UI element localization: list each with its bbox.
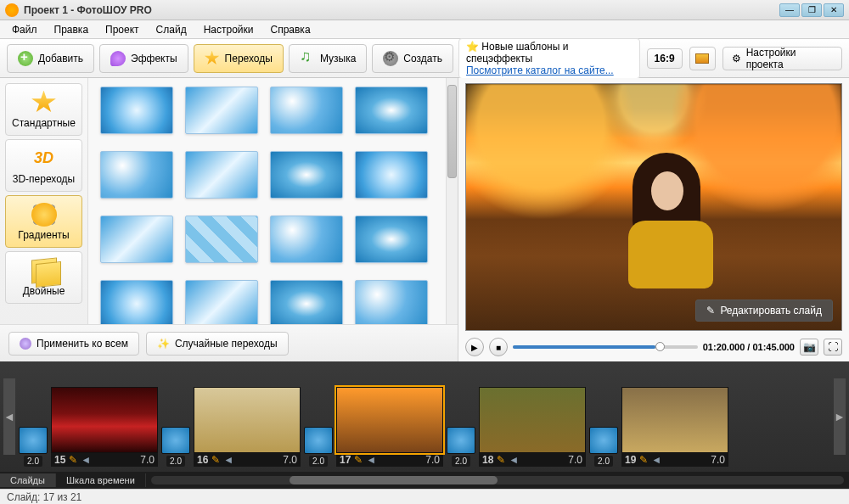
sound-icon[interactable]: ◄ (366, 454, 376, 466)
plus-icon (18, 51, 33, 66)
menu-project[interactable]: Проект (98, 22, 146, 37)
pencil-icon[interactable]: ✎ (354, 454, 363, 466)
snapshot-button[interactable]: 📷 (800, 339, 818, 356)
edit-slide-button[interactable]: ✎Редактировать слайд (695, 300, 833, 322)
transition-thumb[interactable] (270, 216, 343, 263)
transition-duration: 2.0 (166, 456, 185, 467)
pencil-icon[interactable]: ✎ (69, 454, 77, 466)
timeline-next-button[interactable]: ► (834, 378, 846, 455)
apply-to-all-button[interactable]: Применить ко всем (8, 332, 139, 356)
slide-duration: 7.0 (425, 454, 440, 466)
transition-thumb[interactable] (100, 216, 173, 263)
transition-icon (304, 427, 333, 454)
slide-card[interactable]: 18 ✎ ◄ 7.0 (479, 387, 586, 467)
pencil-icon[interactable]: ✎ (211, 454, 220, 466)
transition-chip[interactable]: 2.0 (19, 427, 48, 467)
sound-icon[interactable]: ◄ (223, 454, 233, 466)
image-icon (695, 53, 709, 64)
slide-card[interactable]: 17 ✎ ◄ 7.0 (336, 387, 443, 467)
category-standard[interactable]: Стандартные (5, 83, 82, 136)
category-double[interactable]: Двойные (5, 251, 82, 304)
transition-thumb[interactable] (185, 151, 258, 199)
tab-effects[interactable]: Эффекты (99, 44, 188, 73)
transition-chip[interactable]: 2.0 (447, 427, 475, 467)
tab-create[interactable]: Создать (372, 44, 453, 73)
transition-thumb[interactable] (270, 87, 343, 134)
tab-transitions[interactable]: Переходы (194, 44, 284, 73)
transition-thumb[interactable] (185, 87, 258, 134)
transition-thumb[interactable] (185, 280, 258, 324)
timeline: ◄ 2.0 15 ✎ ◄ 7.0 2.0 16 ✎ ◄ 7.0 2.0 17 ✎… (0, 361, 849, 489)
transition-icon (19, 427, 48, 454)
transition-duration: 2.0 (594, 456, 613, 467)
transition-duration: 2.0 (452, 456, 470, 467)
transition-thumb[interactable] (185, 216, 258, 263)
seek-bar[interactable] (513, 345, 698, 349)
transition-thumb[interactable] (100, 87, 173, 134)
close-button[interactable]: ✕ (824, 3, 844, 17)
transition-icon (161, 427, 190, 454)
promo-link[interactable]: Посмотрите каталог на сайте... (466, 64, 633, 76)
transition-chip[interactable]: 2.0 (589, 427, 618, 467)
window-title: Проект 1 - ФотоШОУ PRO (24, 4, 779, 16)
scroll-thumb[interactable] (290, 476, 498, 484)
pencil-icon[interactable]: ✎ (497, 454, 505, 466)
scroll-thumb[interactable] (447, 85, 457, 178)
slide-thumbnail (479, 387, 586, 453)
aspect-ratio-button[interactable]: 16:9 (647, 48, 683, 69)
menu-settings[interactable]: Настройки (197, 22, 261, 37)
slide-card[interactable]: 16 ✎ ◄ 7.0 (194, 387, 301, 467)
transition-duration: 2.0 (309, 456, 328, 467)
timeline-tab-timescale[interactable]: Шкала времени (56, 473, 146, 487)
menu-file[interactable]: Файл (5, 22, 44, 37)
fullscreen-button[interactable]: ⛶ (824, 339, 842, 356)
transition-chip[interactable]: 2.0 (161, 427, 190, 467)
timeline-tab-slides[interactable]: Слайды (0, 473, 56, 487)
transition-thumb[interactable] (270, 280, 343, 324)
category-gradients[interactable]: Градиенты (5, 195, 82, 248)
promo-line1: ⭐ Новые шаблоны и спецэффекты (466, 41, 633, 64)
wand-icon: ✨ (157, 338, 170, 350)
menu-help[interactable]: Справка (263, 22, 317, 37)
category-3d[interactable]: 3D3D-переходы (5, 139, 82, 192)
minimize-button[interactable]: — (779, 3, 800, 17)
main-toolbar: Добавить Эффекты Переходы Музыка Создать… (0, 39, 849, 78)
transition-chip[interactable]: 2.0 (304, 427, 333, 467)
transition-thumb[interactable] (100, 280, 173, 324)
sound-icon[interactable]: ◄ (81, 454, 91, 466)
slide-card[interactable]: 19 ✎ ◄ 7.0 (621, 387, 728, 467)
transition-thumb[interactable] (355, 87, 428, 134)
transition-thumb[interactable] (355, 280, 428, 324)
tab-music[interactable]: Музыка (289, 44, 367, 73)
category-sidebar: Стандартные 3D3D-переходы Градиенты Двой… (0, 78, 88, 324)
vertical-scrollbar[interactable] (446, 78, 458, 324)
background-button[interactable] (689, 47, 716, 70)
menu-edit[interactable]: Правка (48, 22, 96, 37)
menu-slide[interactable]: Слайд (149, 22, 194, 37)
transition-thumb[interactable] (100, 151, 173, 199)
tab-add[interactable]: Добавить (7, 44, 94, 73)
play-button[interactable]: ▶ (465, 338, 484, 356)
transition-icon (589, 427, 618, 454)
transition-thumb[interactable] (355, 216, 428, 263)
random-transitions-button[interactable]: ✨Случайные переходы (146, 332, 289, 356)
stop-button[interactable]: ■ (489, 338, 508, 356)
transition-thumb[interactable] (355, 151, 428, 199)
slide-card[interactable]: 15 ✎ ◄ 7.0 (51, 387, 158, 467)
transition-thumb[interactable] (270, 151, 343, 199)
timeline-scrollbar[interactable] (151, 476, 844, 484)
pencil-icon[interactable]: ✎ (639, 454, 648, 466)
maximize-button[interactable]: ❐ (801, 3, 822, 17)
slide-number: 15 (54, 454, 65, 466)
project-settings-button[interactable]: ⚙Настройки проекта (722, 47, 842, 70)
preview-subject (624, 153, 717, 288)
promo-box: ⭐ Новые шаблоны и спецэффекты Посмотрите… (458, 38, 640, 79)
transition-duration: 2.0 (24, 456, 42, 467)
timeline-prev-button[interactable]: ◄ (3, 378, 15, 455)
sound-icon[interactable]: ◄ (651, 454, 661, 466)
seek-handle[interactable] (655, 342, 665, 351)
status-bar: Слайд: 17 из 21 (0, 489, 849, 504)
sound-icon[interactable]: ◄ (509, 454, 519, 466)
slide-duration: 7.0 (283, 454, 297, 466)
slide-info-bar: 15 ✎ ◄ 7.0 (51, 453, 158, 467)
